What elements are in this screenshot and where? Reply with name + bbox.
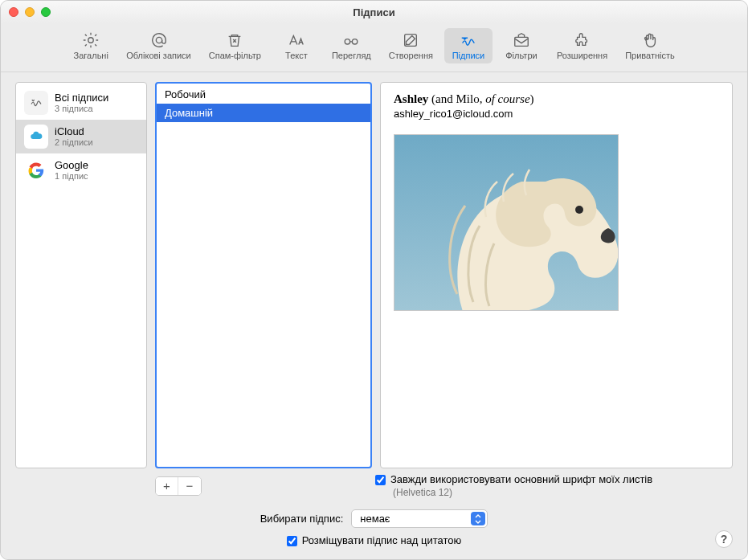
svg-point-0 xyxy=(88,38,93,43)
glasses-icon xyxy=(341,31,362,49)
tab-signatures[interactable]: Підписи xyxy=(444,28,493,63)
google-icon xyxy=(24,158,48,182)
tab-privacy[interactable]: Приватність xyxy=(619,28,681,63)
account-all-signatures[interactable]: Всі підписи 3 підписа xyxy=(16,86,146,120)
accounts-list: Всі підписи 3 підписа iCloud 2 підписи xyxy=(15,82,147,468)
svg-point-2 xyxy=(345,39,350,44)
account-count: 3 підписа xyxy=(55,104,108,114)
account-name: Всі підписи xyxy=(55,92,108,104)
account-google[interactable]: Google 1 підпис xyxy=(16,153,146,187)
puzzle-icon xyxy=(572,31,593,49)
signature-list: Робочий Домашній xyxy=(155,82,372,468)
account-count: 2 підписи xyxy=(55,137,93,148)
rules-icon xyxy=(511,31,532,49)
default-font-hint: (Helvetica 12) xyxy=(393,487,733,498)
signature-item-home[interactable]: Домашній xyxy=(157,104,370,122)
place-above-quote-label: Розміщувати підпис над цитатою xyxy=(302,534,462,546)
preferences-toolbar: Загальні Облікові записи Спам-фільтр Тек… xyxy=(1,23,747,72)
svg-point-6 xyxy=(575,206,583,214)
account-name: iCloud xyxy=(55,125,93,138)
tab-extensions[interactable]: Розширення xyxy=(550,28,614,63)
hand-icon xyxy=(640,31,660,49)
compose-icon xyxy=(400,31,421,49)
svg-rect-5 xyxy=(515,37,529,46)
remove-signature-button[interactable]: − xyxy=(178,477,201,495)
signature-icon xyxy=(458,31,479,49)
signature-image xyxy=(394,134,619,311)
help-button[interactable]: ? xyxy=(715,530,733,548)
fonts-icon xyxy=(286,31,307,49)
choose-signature-select[interactable]: немає xyxy=(351,509,488,528)
place-above-quote-checkbox[interactable] xyxy=(287,536,297,546)
account-name: Google xyxy=(55,159,88,172)
tab-composing[interactable]: Створення xyxy=(382,28,439,63)
always-use-default-font-checkbox[interactable] xyxy=(375,475,386,485)
account-count: 1 підпис xyxy=(55,171,88,182)
signature-email: ashley_rico1@icloud.com xyxy=(394,108,719,120)
choose-signature-label: Вибирати підпис: xyxy=(260,513,344,525)
svg-point-1 xyxy=(156,37,161,43)
tab-accounts[interactable]: Облікові записи xyxy=(120,28,198,63)
add-signature-button[interactable]: + xyxy=(156,477,178,495)
tab-fonts[interactable]: Текст xyxy=(272,28,321,63)
titlebar: Підписи xyxy=(1,1,747,23)
tab-rules[interactable]: Фільтри xyxy=(497,28,546,63)
tab-junk[interactable]: Спам-фільтр xyxy=(202,28,268,63)
account-icloud[interactable]: iCloud 2 підписи xyxy=(16,120,146,153)
choose-signature-value: немає xyxy=(360,513,390,525)
signature-name-line: Ashley (and Milo, of course) xyxy=(394,92,719,106)
signature-item-work[interactable]: Робочий xyxy=(157,85,370,104)
tab-viewing[interactable]: Перегляд xyxy=(325,28,378,63)
trash-icon xyxy=(224,31,245,49)
chevron-updown-icon xyxy=(471,512,485,525)
tab-general[interactable]: Загальні xyxy=(67,28,115,63)
dog-illustration xyxy=(417,134,619,311)
svg-point-3 xyxy=(353,39,358,44)
signature-icon xyxy=(24,91,48,115)
always-use-default-font-label: Завжди використовувати основний шрифт мо… xyxy=(390,473,652,485)
gear-icon xyxy=(80,31,101,49)
add-remove-signature: + − xyxy=(155,476,202,496)
at-icon xyxy=(149,31,170,49)
window-title: Підписи xyxy=(1,6,747,18)
icloud-icon xyxy=(24,125,48,149)
signature-preview[interactable]: Ashley (and Milo, of course) ashley_rico… xyxy=(380,82,733,468)
